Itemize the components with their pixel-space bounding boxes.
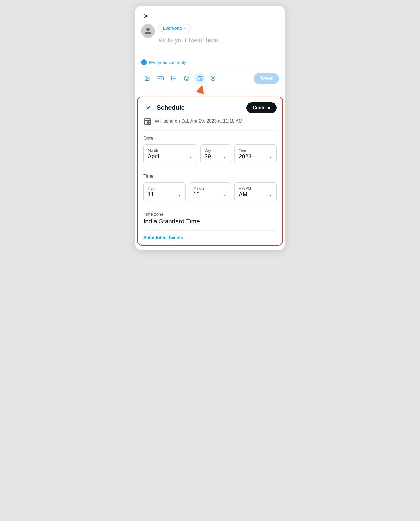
- phone-container: ✕ Everyone ⌄ Write your tweet here 🌐 Eve…: [135, 6, 285, 250]
- schedule-title: Schedule: [157, 104, 185, 111]
- compose-header: Everyone ⌄ Write your tweet here: [141, 24, 279, 55]
- minute-value-row: 18 ⌄: [193, 191, 227, 198]
- reply-permission-button[interactable]: 🌐 Everyone can reply: [141, 55, 279, 69]
- send-info: Will send on Sat, Apr 29, 2023 at 11:18 …: [138, 117, 282, 130]
- year-label: Year: [239, 148, 272, 153]
- toolbar-icons: GIF: [141, 72, 219, 84]
- cursor-arrow: [196, 84, 206, 94]
- chevron-down-icon: ⌄: [184, 26, 187, 30]
- poll-icon-button[interactable]: [168, 72, 180, 84]
- day-dropdown[interactable]: Day 29 ⌄: [200, 144, 231, 163]
- location-icon-button[interactable]: [207, 72, 219, 84]
- schedule-icon-button[interactable]: [194, 72, 206, 84]
- timezone-label: Time zone: [143, 212, 277, 217]
- svg-point-1: [146, 77, 147, 78]
- confirm-button[interactable]: Confirm: [246, 102, 277, 113]
- month-value: April: [148, 153, 159, 160]
- compose-right: Everyone ⌄ Write your tweet here: [158, 24, 279, 55]
- hour-value-row: 11 ⌄: [148, 191, 181, 198]
- minute-value: 18: [193, 191, 200, 198]
- audience-label: Everyone: [163, 26, 182, 30]
- avatar-icon: [144, 27, 152, 35]
- schedule-header: ✕ Schedule Confirm: [138, 97, 282, 117]
- timezone-section: Time zone India Standard Time: [138, 207, 282, 230]
- time-dropdowns-row: Hour 11 ⌄ Minute 18 ⌄ AM/PM: [143, 182, 277, 201]
- image-icon-button[interactable]: [141, 72, 153, 84]
- svg-point-9: [171, 79, 172, 80]
- time-label: Time: [143, 174, 277, 179]
- ampm-chevron-icon: ⌄: [269, 192, 272, 197]
- image-icon: [144, 76, 150, 81]
- reply-permission-label: Everyone can reply: [149, 60, 186, 65]
- cursor-area: [135, 88, 285, 97]
- day-chevron-icon: ⌄: [223, 154, 227, 159]
- gif-icon-button[interactable]: GIF: [154, 72, 166, 84]
- send-info-text: Will send on Sat, Apr 29, 2023 at 11:18 …: [155, 119, 242, 124]
- ampm-dropdown[interactable]: AM/PM AM ⌄: [234, 182, 277, 201]
- date-section: Date Month April ⌄ Day 29 ⌄: [138, 131, 282, 163]
- schedule-calendar-icon: [197, 76, 203, 81]
- svg-text:GIF: GIF: [158, 77, 162, 80]
- day-value: 29: [205, 153, 211, 160]
- ampm-value: AM: [239, 191, 247, 198]
- emoji-icon: [184, 76, 190, 81]
- schedule-title-group: ✕ Schedule: [143, 103, 185, 112]
- month-dropdown[interactable]: Month April ⌄: [143, 144, 197, 163]
- hour-chevron-icon: ⌄: [178, 192, 181, 197]
- svg-point-8: [171, 78, 172, 79]
- svg-rect-21: [145, 119, 151, 125]
- year-value-row: 2023 ⌄: [239, 153, 272, 160]
- schedule-close-button[interactable]: ✕: [143, 103, 153, 112]
- gif-icon: GIF: [157, 75, 164, 82]
- hour-label: Hour: [148, 186, 181, 190]
- minute-chevron-icon: ⌄: [223, 192, 227, 197]
- scheduled-tweets-link[interactable]: Scheduled Tweets: [138, 231, 282, 245]
- timezone-value: India Standard Time: [143, 218, 277, 225]
- ampm-value-row: AM ⌄: [239, 191, 272, 198]
- poll-icon: [171, 76, 176, 81]
- globe-icon: 🌐: [141, 59, 147, 65]
- time-section: Time Hour 11 ⌄ Minute 18 ⌄: [138, 169, 282, 201]
- svg-point-10: [184, 76, 189, 81]
- ampm-label: AM/PM: [239, 186, 272, 190]
- month-label: Month: [148, 148, 192, 153]
- year-value: 2023: [239, 153, 252, 160]
- compose-area: ✕ Everyone ⌄ Write your tweet here 🌐 Eve…: [135, 6, 285, 88]
- svg-point-20: [213, 77, 214, 79]
- compose-close-button[interactable]: ✕: [141, 11, 150, 21]
- hour-dropdown[interactable]: Hour 11 ⌄: [143, 182, 186, 201]
- toolbar: GIF Tweet: [141, 69, 279, 88]
- minute-dropdown[interactable]: Minute 18 ⌄: [189, 182, 231, 201]
- emoji-icon-button[interactable]: [181, 72, 193, 84]
- date-label: Date: [143, 136, 277, 141]
- location-icon: [210, 76, 216, 81]
- schedule-panel: ✕ Schedule Confirm Will send on Sat, Apr…: [137, 97, 283, 246]
- calendar-clock-icon: [143, 117, 151, 125]
- svg-point-7: [171, 76, 172, 77]
- tweet-button[interactable]: Tweet: [254, 73, 279, 84]
- hour-value: 11: [148, 191, 154, 198]
- day-label: Day: [205, 148, 227, 153]
- avatar: [141, 24, 155, 38]
- audience-button[interactable]: Everyone ⌄: [158, 24, 191, 32]
- date-dropdowns-row: Month April ⌄ Day 29 ⌄ Year: [143, 144, 277, 163]
- svg-rect-13: [198, 76, 202, 81]
- day-value-row: 29 ⌄: [205, 153, 227, 160]
- month-chevron-icon: ⌄: [189, 154, 192, 159]
- month-value-row: April ⌄: [148, 153, 192, 160]
- year-chevron-icon: ⌄: [269, 154, 272, 159]
- minute-label: Minute: [193, 186, 227, 190]
- tweet-input[interactable]: Write your tweet here: [158, 35, 279, 55]
- year-dropdown[interactable]: Year 2023 ⌄: [234, 144, 277, 163]
